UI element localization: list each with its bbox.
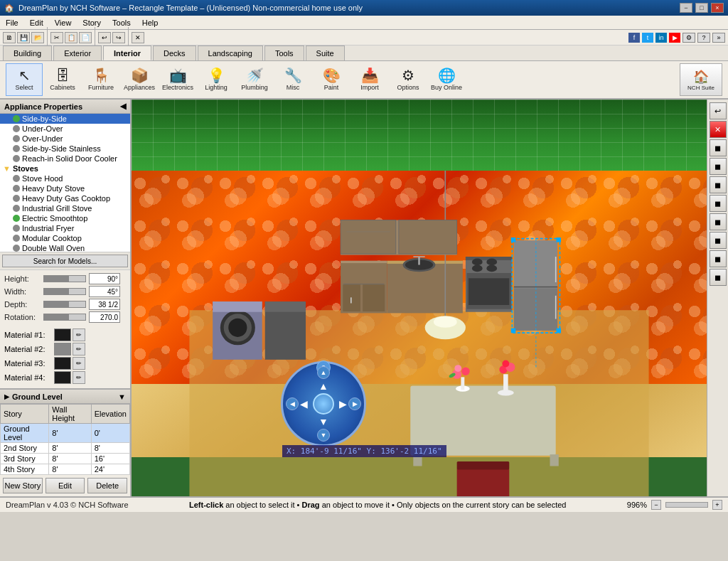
cut-btn[interactable]: ✂	[50, 32, 63, 43]
material2-edit-button[interactable]: ✏	[73, 343, 85, 356]
close-button[interactable]: ×	[711, 3, 724, 13]
tree-item-modular-cooktop[interactable]: Modular Cooktop	[0, 233, 130, 243]
zoom-in-button[interactable]: +	[712, 500, 722, 510]
material1-edit-button[interactable]: ✏	[73, 328, 85, 341]
more-quick-btn[interactable]: »	[712, 33, 725, 43]
maximize-button[interactable]: □	[695, 3, 708, 13]
nav-right-arrow[interactable]: ▶	[339, 398, 347, 410]
right-btn-5[interactable]: ◼	[710, 213, 727, 230]
menu-help[interactable]: Help	[136, 17, 164, 28]
right-btn-4[interactable]: ◼	[710, 195, 727, 212]
right-btn-8[interactable]: ◼	[710, 269, 727, 286]
rotation-value[interactable]: 270.0	[89, 311, 120, 323]
height-value[interactable]: 90°	[89, 273, 120, 284]
tab-tools[interactable]: Tools	[264, 46, 304, 60]
settings-quick-btn[interactable]: ⚙	[682, 33, 695, 43]
linkedin-icon[interactable]: in	[655, 33, 667, 43]
delete-story-button[interactable]: Delete	[87, 478, 127, 493]
zoom-slider[interactable]	[665, 502, 708, 508]
twitter-icon[interactable]: t	[642, 33, 653, 43]
right-btn-7[interactable]: ◼	[710, 250, 727, 267]
ground-expand-icon[interactable]: ▶	[4, 393, 9, 400]
tab-exterior[interactable]: Exterior	[53, 46, 102, 60]
save-btn[interactable]: 💾	[17, 32, 30, 43]
material3-edit-button[interactable]: ✏	[73, 357, 85, 370]
undo-btn[interactable]: ↩	[98, 32, 111, 43]
3d-viewport[interactable]: ? ▲ ▼ ◀ ▶ ▲ ▼ ◀ ▶ X: 184'-9 11/16" Y: 13…	[132, 100, 707, 496]
tree-item-electric-smoothtop[interactable]: Electric Smoothtop	[0, 213, 130, 223]
tool-select[interactable]: ↖ Select	[6, 63, 43, 96]
tree-item-side-by-side[interactable]: Side-by-Side	[0, 114, 130, 124]
ground-close-icon[interactable]: ▼	[118, 392, 126, 401]
ground-row-3[interactable]: 4th Story 8' 24'	[1, 464, 130, 475]
right-btn-undo[interactable]: ↩	[710, 102, 727, 119]
open-btn[interactable]: 📂	[31, 32, 44, 43]
nav-up-arrow[interactable]: ▲	[318, 380, 328, 392]
tree-item-industrial-fryer[interactable]: Industrial Fryer	[0, 223, 130, 233]
width-value[interactable]: 45°	[89, 286, 120, 297]
tool-buy-online[interactable]: 🌐 Buy Online	[428, 63, 465, 96]
tree-item-over-under[interactable]: Over-Under	[0, 134, 130, 144]
menu-edit[interactable]: Edit	[24, 17, 49, 28]
compass-outer[interactable]: ? ▲ ▼ ◀ ▶ ▲ ▼ ◀ ▶	[281, 361, 366, 447]
redo-btn[interactable]: ↪	[112, 32, 125, 43]
ground-row-2[interactable]: 3rd Story 8' 16'	[1, 454, 130, 464]
height-slider[interactable]	[43, 275, 86, 282]
sel-handle-br[interactable]	[557, 328, 562, 333]
appliance-panel-close[interactable]: ◀	[120, 102, 126, 111]
rotation-slider[interactable]	[43, 314, 86, 321]
nch-suite-button[interactable]: 🏠 NCH Suite	[680, 63, 722, 96]
tool-appliances[interactable]: 📦 Appliances	[121, 63, 158, 96]
youtube-icon[interactable]: ▶	[669, 33, 680, 43]
tool-misc[interactable]: 🔧 Misc	[274, 63, 311, 96]
menu-story[interactable]: Story	[77, 17, 107, 28]
compass-nav-n[interactable]: ▲	[317, 366, 330, 379]
tree-item-double-wall-oven[interactable]: Double Wall Oven	[0, 243, 130, 252]
ground-row-1[interactable]: 2nd Story 8' 8'	[1, 443, 130, 454]
stop-btn[interactable]: ✕	[132, 32, 144, 43]
menu-file[interactable]: File	[0, 17, 24, 28]
tab-building[interactable]: Building	[3, 46, 52, 60]
nav-down-arrow[interactable]: ▼	[318, 416, 328, 427]
tree-item-stoves[interactable]: ▼ Stoves	[0, 164, 130, 173]
compass-center[interactable]	[313, 393, 334, 415]
tool-paint[interactable]: 🎨 Paint	[313, 63, 350, 96]
tab-interior[interactable]: Interior	[103, 46, 151, 60]
help-quick-btn[interactable]: ?	[697, 33, 710, 43]
new-btn[interactable]: 🗎	[3, 32, 16, 43]
search-models-button[interactable]: Search for Models...	[2, 255, 128, 267]
depth-slider[interactable]	[43, 301, 86, 308]
tab-landscaping[interactable]: Landscaping	[198, 46, 263, 60]
zoom-out-button[interactable]: −	[651, 500, 661, 510]
paste-btn[interactable]: 📄	[79, 32, 92, 43]
right-btn-3[interactable]: ◼	[710, 176, 727, 193]
material3-swatch[interactable]	[54, 357, 71, 370]
sel-handle-tl[interactable]	[511, 237, 516, 242]
material2-swatch[interactable]	[54, 343, 71, 356]
tree-item-heavy-duty-gas[interactable]: Heavy Duty Gas Cooktop	[0, 193, 130, 203]
right-btn-1[interactable]: ◼	[710, 139, 727, 156]
material4-swatch[interactable]	[54, 371, 71, 384]
compass-nav-s[interactable]: ▼	[317, 429, 330, 442]
compass-nav-w[interactable]: ◀	[286, 397, 299, 410]
tool-electronics[interactable]: 📺 Electronics	[159, 63, 196, 96]
sel-handle-tr[interactable]	[557, 237, 562, 242]
nav-left-arrow[interactable]: ◀	[300, 398, 308, 410]
menu-view[interactable]: View	[49, 17, 77, 28]
right-btn-delete[interactable]: ✕	[710, 121, 727, 138]
tool-furniture[interactable]: 🪑 Furniture	[82, 63, 119, 96]
tree-item-side-by-side-stainless[interactable]: Side-by-Side Stainless	[0, 144, 130, 154]
tool-options[interactable]: ⚙ Options	[390, 63, 427, 96]
tool-cabinets[interactable]: 🗄 Cabinets	[44, 63, 81, 96]
sel-handle-bl[interactable]	[511, 328, 516, 333]
depth-value[interactable]: 38 1/2	[89, 299, 120, 310]
width-slider[interactable]	[43, 288, 86, 295]
tree-item-stove-hood[interactable]: Stove Hood	[0, 173, 130, 183]
tab-decks[interactable]: Decks	[153, 46, 196, 60]
tab-suite[interactable]: Suite	[306, 46, 345, 60]
right-btn-2[interactable]: ◼	[710, 158, 727, 175]
edit-story-button[interactable]: Edit	[46, 478, 85, 493]
facebook-icon[interactable]: f	[628, 33, 640, 43]
material1-swatch[interactable]	[54, 328, 71, 341]
menu-tools[interactable]: Tools	[107, 17, 136, 28]
